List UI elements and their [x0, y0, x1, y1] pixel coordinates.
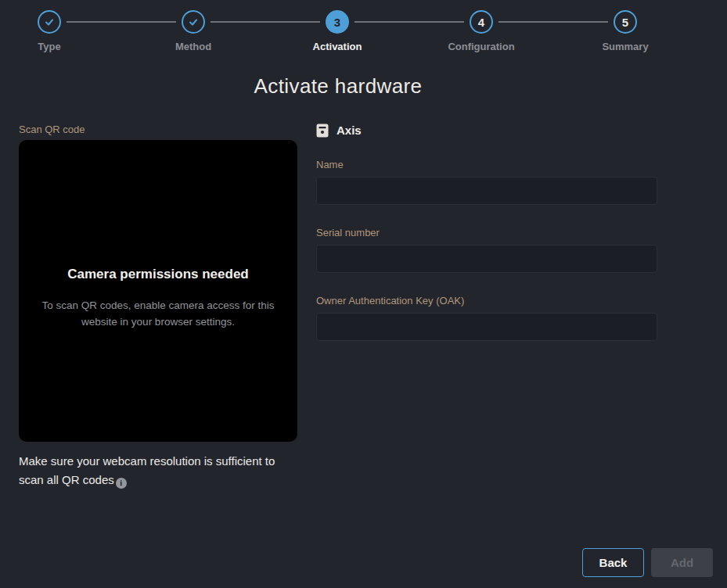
step-label: Summary	[602, 41, 648, 52]
qr-scanner-view: Camera permissions needed To scan QR cod…	[19, 140, 297, 442]
wizard-stepper: Type Method 3 Activation 4 Configuration…	[0, 0, 727, 55]
device-form-section: Axis Name Serial number Owner Authentica…	[316, 124, 657, 489]
step-circle-done	[182, 10, 205, 34]
step-number: 3	[334, 16, 340, 28]
step-number: 4	[478, 16, 484, 28]
oak-label: Owner Authentication Key (OAK)	[316, 295, 657, 307]
oak-field-group: Owner Authentication Key (OAK)	[316, 295, 657, 341]
name-input[interactable]	[316, 177, 657, 205]
step-type[interactable]: Type	[2, 10, 96, 55]
name-field-group: Name	[316, 159, 657, 205]
back-button[interactable]: Back	[582, 548, 644, 577]
camera-permissions-heading: Camera permissions needed	[67, 267, 248, 282]
info-icon[interactable]: i	[116, 478, 127, 489]
name-label: Name	[316, 159, 657, 170]
step-activation[interactable]: 3 Activation	[290, 10, 384, 55]
add-button[interactable]: Add	[651, 548, 713, 577]
webcam-resolution-note: Make sure your webcam resolution is suff…	[19, 452, 297, 489]
camera-permissions-description: To scan QR codes, enable camera access f…	[39, 298, 277, 330]
webcam-resolution-note-text: Make sure your webcam resolution is suff…	[19, 454, 275, 486]
page-title: Activate hardware	[19, 75, 657, 98]
step-circle-upcoming: 4	[470, 10, 493, 34]
serial-number-input[interactable]	[316, 245, 657, 273]
step-summary[interactable]: 5 Summary	[578, 10, 672, 55]
step-label: Configuration	[448, 41, 514, 52]
serial-number-label: Serial number	[316, 227, 657, 238]
device-header: Axis	[316, 124, 657, 138]
content-area: Scan QR code Camera permissions needed T…	[19, 124, 657, 489]
device-icon	[316, 124, 329, 138]
step-circle-upcoming: 5	[614, 10, 637, 34]
step-label: Activation	[313, 41, 362, 52]
step-number: 5	[622, 16, 628, 28]
oak-input[interactable]	[316, 313, 657, 341]
check-icon	[43, 16, 56, 28]
wizard-footer: Back Add	[582, 548, 713, 577]
qr-section-label: Scan QR code	[19, 124, 297, 135]
step-method[interactable]: Method	[146, 10, 240, 55]
step-label: Type	[38, 41, 60, 52]
step-circle-done	[38, 10, 61, 34]
step-configuration[interactable]: 4 Configuration	[434, 10, 528, 55]
device-brand-name: Axis	[337, 124, 362, 137]
step-circle-active: 3	[326, 10, 349, 34]
step-label: Method	[175, 41, 211, 52]
check-icon	[187, 16, 200, 28]
serial-number-field-group: Serial number	[316, 227, 657, 273]
qr-section: Scan QR code Camera permissions needed T…	[19, 124, 297, 489]
